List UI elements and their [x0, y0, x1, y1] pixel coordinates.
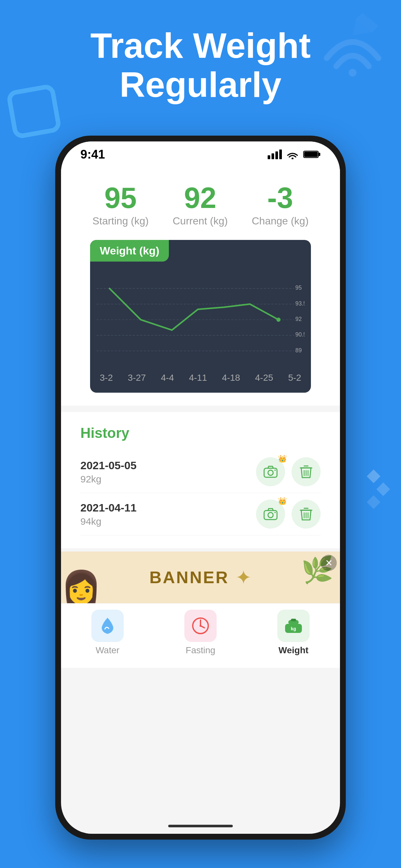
- weight-icon: kg: [284, 617, 303, 634]
- stat-change: -3 Change (kg): [252, 183, 309, 227]
- weight-chart-container: Weight (kg) 95 93.5 92 90.5: [90, 240, 311, 393]
- svg-rect-4: [279, 150, 282, 159]
- water-icon: [99, 616, 116, 636]
- banner-area[interactable]: 👩 BANNER ✦ 🌿 ✕: [61, 552, 340, 603]
- nav-item-weight[interactable]: kg Weight: [277, 610, 310, 655]
- chart-header: Weight (kg): [90, 240, 169, 261]
- phone-screen: 9:41: [61, 142, 340, 834]
- phone-mockup: 9:41: [55, 135, 346, 840]
- x-label-5: 4-18: [222, 373, 240, 383]
- wifi-icon: [286, 150, 299, 159]
- svg-rect-36: [291, 619, 296, 621]
- nav-item-water[interactable]: Water: [91, 610, 124, 655]
- camera-icon-2: [264, 508, 278, 520]
- fasting-nav-icon-wrap: [184, 610, 217, 642]
- history-item-info-1: 2021-05-05 92kg: [81, 459, 136, 485]
- bottom-nav: Water Fasting: [61, 603, 340, 668]
- status-icons: [268, 150, 320, 159]
- camera-button-2[interactable]: 👑: [256, 500, 285, 529]
- battery-icon: [303, 150, 320, 159]
- home-indicator: [168, 825, 233, 827]
- chart-x-labels: 3-2 3-27 4-4 4-11 4-18 4-25 5-2: [96, 373, 305, 383]
- history-item-info-2: 2021-04-11 94kg: [81, 501, 136, 527]
- svg-text:kg: kg: [291, 626, 296, 631]
- banner-girl-illustration: 👩: [61, 571, 101, 603]
- svg-point-28: [274, 512, 276, 513]
- history-date-2: 2021-04-11: [81, 501, 136, 514]
- crown-badge-2: 👑: [278, 497, 287, 505]
- water-nav-icon-wrap: [91, 610, 124, 642]
- x-label-1: 3-2: [100, 373, 113, 383]
- svg-text:95: 95: [296, 284, 302, 291]
- history-weight-1: 92kg: [81, 474, 136, 485]
- weight-nav-icon-wrap: kg: [277, 610, 310, 642]
- stats-card: 95 Starting (kg) 92 Current (kg) -3 Chan…: [61, 167, 340, 406]
- svg-point-33: [199, 625, 202, 627]
- x-label-6: 4-25: [255, 373, 273, 383]
- history-actions-2: 👑: [256, 500, 320, 529]
- stat-current: 92 Current (kg): [173, 183, 228, 227]
- history-title: History: [81, 425, 320, 441]
- bg-diamonds-decor: [366, 468, 391, 510]
- x-label-2: 3-27: [128, 373, 146, 383]
- signal-icon: [268, 150, 282, 159]
- starting-label: Starting (kg): [92, 215, 149, 227]
- status-bar: 9:41: [61, 142, 340, 167]
- history-section: History 2021-05-05 92kg 👑: [61, 412, 340, 548]
- history-actions-1: 👑: [256, 457, 320, 486]
- x-label-7: 5-2: [288, 373, 301, 383]
- chart-title: Weight (kg): [100, 244, 159, 257]
- svg-rect-7: [318, 153, 320, 156]
- history-weight-2: 94kg: [81, 516, 136, 527]
- weight-chart-svg: 95 93.5 92 90.5 89: [96, 268, 305, 371]
- svg-point-21: [268, 470, 273, 475]
- svg-point-5: [291, 158, 294, 159]
- trash-icon-1: [300, 465, 312, 479]
- svg-text:90.5: 90.5: [296, 331, 305, 338]
- svg-rect-1: [268, 155, 270, 159]
- hero-title: Track Weight Regularly: [0, 26, 401, 104]
- banner-plus-icon: ✦: [235, 566, 251, 589]
- crown-badge-1: 👑: [278, 455, 287, 463]
- history-date-1: 2021-05-05: [81, 459, 136, 472]
- svg-rect-2: [272, 153, 274, 159]
- chart-body: 95 93.5 92 90.5 89: [90, 261, 311, 393]
- status-time: 9:41: [81, 148, 105, 161]
- water-nav-label: Water: [96, 645, 120, 655]
- svg-rect-8: [304, 152, 318, 157]
- trash-icon-2: [300, 507, 312, 521]
- history-item: 2021-05-05 92kg 👑: [81, 451, 320, 493]
- history-item-2: 2021-04-11 94kg 👑: [81, 493, 320, 535]
- delete-button-2[interactable]: [291, 500, 320, 529]
- svg-text:93.5: 93.5: [296, 300, 305, 307]
- stat-starting: 95 Starting (kg): [92, 183, 149, 227]
- camera-icon-1: [264, 466, 278, 478]
- stats-row: 95 Starting (kg) 92 Current (kg) -3 Chan…: [81, 183, 320, 227]
- banner-text: BANNER: [150, 568, 229, 587]
- x-label-3: 4-4: [161, 373, 174, 383]
- svg-rect-3: [275, 151, 278, 159]
- change-value: -3: [252, 183, 309, 213]
- current-label: Current (kg): [173, 215, 228, 227]
- fasting-nav-label: Fasting: [186, 645, 215, 655]
- weight-nav-label: Weight: [279, 645, 309, 655]
- x-label-4: 4-11: [189, 373, 207, 383]
- svg-point-22: [274, 469, 276, 471]
- fasting-icon: [191, 617, 210, 635]
- starting-value: 95: [92, 183, 149, 213]
- svg-text:89: 89: [296, 347, 302, 353]
- svg-point-27: [268, 513, 273, 518]
- change-label: Change (kg): [252, 215, 309, 227]
- nav-item-fasting[interactable]: Fasting: [184, 610, 217, 655]
- delete-button-1[interactable]: [291, 457, 320, 486]
- current-value: 92: [173, 183, 228, 213]
- svg-point-19: [276, 318, 281, 322]
- banner-close-button[interactable]: ✕: [320, 555, 337, 571]
- svg-text:92: 92: [296, 316, 302, 322]
- camera-button-1[interactable]: 👑: [256, 457, 285, 486]
